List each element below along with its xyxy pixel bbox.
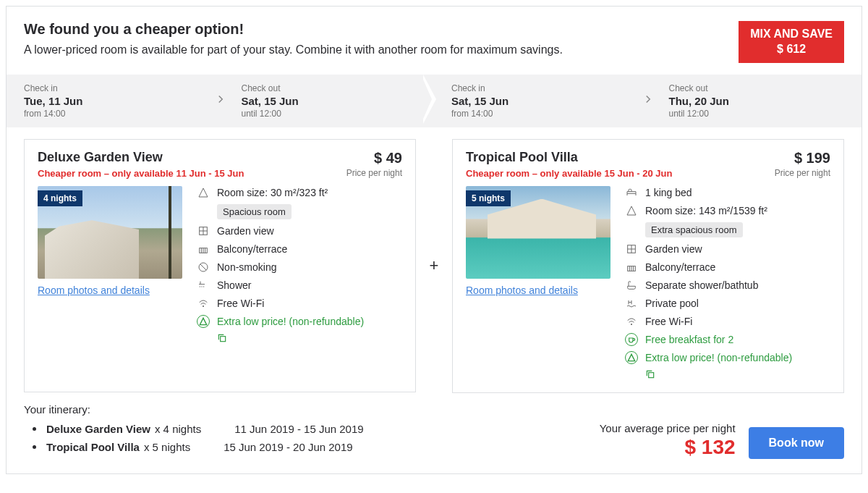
room-size-icon (197, 186, 210, 199)
chevron-right-icon (200, 93, 242, 109)
itinerary: Your itinerary: Deluxe Garden View x 4 n… (24, 403, 364, 459)
spacious-tag: Spacious room (217, 204, 292, 219)
date-timeline: Check in Tue, 11 Jun from 14:00 Check ou… (7, 75, 861, 127)
room1-nights-badge: 4 nights (38, 190, 82, 206)
mix-save-amount: $ 612 (750, 42, 833, 57)
bathtub-icon (625, 279, 638, 292)
seg2-checkin: Check in Sat, 15 Jun from 14:00 (451, 83, 627, 119)
plus-icon: + (416, 256, 452, 275)
svg-rect-19 (649, 372, 654, 377)
shower-icon (197, 279, 210, 292)
room2-photos-link[interactable]: Room photos and details (466, 285, 578, 296)
mix-and-save-badge: MIX AND SAVE $ 612 (739, 21, 844, 63)
room-card-1: Deluxe Garden View Cheaper room – only a… (24, 139, 416, 392)
seg1-checkin: Check in Tue, 11 Jun from 14:00 (24, 83, 200, 119)
pool-icon (625, 297, 638, 310)
room2-title: Tropical Pool Villa (466, 150, 672, 165)
window-icon (197, 224, 210, 237)
room1-price: $ 49 (346, 150, 402, 167)
average-price: Your average price per night $ 132 (600, 422, 736, 459)
wifi-icon (625, 315, 638, 328)
header-subtitle: A lower-priced room is available for par… (24, 43, 563, 56)
itinerary-row: Deluxe Garden View x 4 nights 11 Jun 201… (24, 423, 364, 435)
room1-title: Deluxe Garden View (38, 150, 244, 165)
svg-point-9 (203, 306, 203, 306)
itinerary-row: Tropical Pool Villa x 5 nights 15 Jun 20… (24, 441, 364, 453)
room1-photo[interactable]: 4 nights (38, 186, 182, 279)
room1-price-per: Price per night (346, 168, 402, 178)
breakfast-icon (625, 333, 638, 346)
spacious-tag: Extra spacious room (645, 222, 743, 237)
bed-icon (625, 186, 638, 199)
room2-price: $ 199 (775, 150, 830, 167)
footer: Your itinerary: Deluxe Garden View x 4 n… (7, 393, 861, 459)
header-title: We found you a cheaper option! (24, 21, 563, 38)
copy-icon[interactable] (645, 369, 830, 382)
seg1-checkout: Check out Sat, 15 Jun until 12:00 (242, 83, 417, 119)
room2-cheaper-note: Cheaper room – only available 15 Jun - 2… (466, 168, 672, 179)
room1-photos-link[interactable]: Room photos and details (38, 285, 150, 296)
room1-cheaper-note: Cheaper room – only available 11 Jun - 1… (38, 168, 244, 179)
svg-rect-10 (221, 337, 226, 342)
book-now-button[interactable]: Book now (749, 427, 844, 459)
header: We found you a cheaper option! A lower-p… (7, 7, 861, 75)
wifi-icon (197, 297, 210, 310)
room2-photo[interactable]: 5 nights (466, 186, 610, 279)
window-icon (625, 243, 638, 256)
room2-price-per: Price per night (775, 168, 830, 178)
mix-save-label: MIX AND SAVE (750, 27, 833, 42)
nonsmoking-icon (197, 261, 210, 274)
balcony-icon (625, 261, 638, 274)
room2-nights-badge: 5 nights (466, 190, 511, 206)
balcony-icon (197, 243, 210, 256)
chevron-right-icon (627, 93, 669, 109)
alert-icon (625, 351, 638, 364)
svg-line-8 (200, 264, 206, 270)
copy-icon[interactable] (217, 333, 402, 346)
itinerary-title: Your itinerary: (24, 403, 364, 416)
room-size-icon (625, 204, 638, 217)
mix-and-save-card: We found you a cheaper option! A lower-p… (6, 6, 862, 474)
bullet-icon (33, 427, 36, 431)
seg2-checkout: Check out Thu, 20 Jun until 12:00 (669, 83, 845, 119)
bullet-icon (33, 445, 36, 449)
svg-point-18 (631, 324, 631, 324)
room-card-2: Tropical Pool Villa Cheaper room – only … (452, 139, 844, 393)
rooms-row: Deluxe Garden View Cheaper room – only a… (7, 127, 861, 393)
alert-icon (197, 315, 210, 328)
